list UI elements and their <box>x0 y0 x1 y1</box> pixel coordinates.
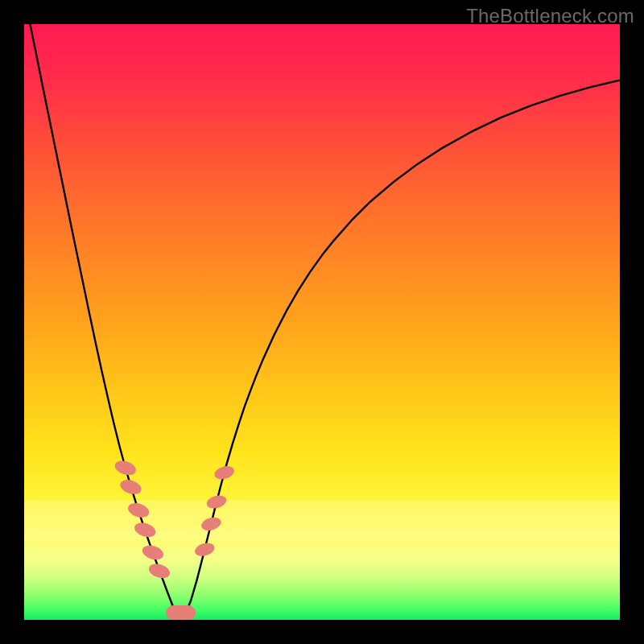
bead-left-3 <box>133 520 158 539</box>
chart-outer-frame: TheBottleneck.com <box>0 0 644 644</box>
bead-left-0 <box>113 458 138 477</box>
bottom-blob-group <box>166 605 196 620</box>
bead-left-1 <box>118 477 143 497</box>
bead-right-1 <box>200 515 222 533</box>
plot-area <box>24 24 620 620</box>
bead-right-0 <box>193 541 216 559</box>
bead-right-2 <box>205 493 228 511</box>
bottom-blob <box>166 605 196 620</box>
bottleneck-curve <box>24 24 620 617</box>
bead-right-3 <box>213 464 236 481</box>
curve-layer <box>24 24 620 620</box>
bead-left-2 <box>126 501 151 520</box>
bead-left-4 <box>140 543 165 562</box>
bead-left-5 <box>147 561 172 580</box>
